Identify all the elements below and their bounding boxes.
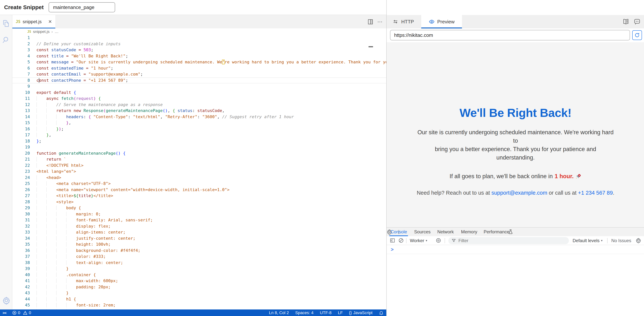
code-line[interactable]: 28 <style> [12, 199, 386, 205]
code-line[interactable]: 22 <!DOCTYPE html> [12, 162, 386, 169]
close-tab-icon[interactable]: ✕ [48, 19, 52, 24]
maintenance-message: Our site is currently undergoing schedul… [416, 128, 615, 162]
code-line[interactable]: 4const title = "We'll Be Right Back!"; [12, 53, 386, 59]
line-number: 41 [12, 278, 30, 284]
code-line[interactable]: 13 return new Response(generateMaintenan… [12, 108, 386, 114]
code-line[interactable]: 31 font-family: Arial, sans-serif; [12, 217, 386, 223]
line-number: 34 [12, 235, 30, 242]
code-line[interactable]: 18}; [12, 138, 386, 144]
console-prompt-row[interactable]: > [387, 245, 644, 254]
code-line[interactable]: 12 // Serve the maintenance page as a re… [12, 102, 386, 108]
code-line[interactable]: 44 h1 { [12, 296, 386, 302]
code-line[interactable]: 33 align-items: center; [12, 229, 386, 235]
code-line[interactable]: 10export default { [12, 90, 386, 96]
indentation-setting[interactable]: Spaces: 4 [295, 310, 314, 315]
code-line[interactable]: 16 }); [12, 126, 386, 132]
devtools-tab-sources[interactable]: Sources [414, 228, 430, 236]
split-editor-icon[interactable] [367, 19, 374, 25]
code-line[interactable]: 45 font-size: 2rem; [12, 302, 386, 308]
more-actions-icon[interactable]: ⋯ [377, 19, 383, 25]
code-line[interactable]: 26 <meta name="viewport" content="width=… [12, 187, 386, 193]
tab-snippet-js[interactable]: JS snippet.js ✕ [12, 15, 55, 29]
code-line[interactable]: 6const estimatedTime = "1 hour"; [12, 65, 386, 71]
preview-url-input[interactable] [390, 30, 630, 40]
code-line[interactable]: 38 text-align: center; [12, 260, 386, 266]
eol-setting[interactable]: LF [338, 310, 343, 315]
eye-icon [429, 19, 435, 25]
cursor-position[interactable]: Ln 8, Col 2 [269, 310, 289, 315]
clear-console-icon[interactable] [398, 238, 404, 244]
code-line[interactable]: 21 return ` [12, 156, 386, 162]
code-line[interactable]: 30 margin: 0; [12, 211, 386, 217]
docs-book-icon[interactable] [622, 18, 630, 25]
devtools-tab-console[interactable]: Console [390, 228, 407, 236]
phone-link[interactable]: +1 234 567 89 [578, 190, 613, 196]
console-settings-gear-icon[interactable] [636, 238, 642, 244]
no-issues-label[interactable]: No Issues [611, 236, 631, 245]
code-line[interactable]: 23<html lang="en"> [12, 168, 386, 175]
breadcrumb-file[interactable]: snippet.js [33, 29, 50, 34]
code-line[interactable]: 42 padding: 20px; [12, 284, 386, 290]
code-line[interactable]: 43 } [12, 290, 386, 296]
notifications-bell-icon[interactable] [379, 310, 384, 315]
devtools-tab-memory[interactable]: Memory [461, 228, 477, 236]
code-line[interactable]: 40 .container { [12, 272, 386, 278]
files-icon[interactable] [2, 20, 10, 27]
warnings-indicator[interactable]: 0 [23, 310, 31, 315]
errors-indicator[interactable]: 0 [12, 310, 20, 315]
code-line[interactable]: 19 [12, 144, 386, 150]
code-line[interactable]: 5const message = "Our site is currently … [12, 59, 386, 65]
code-line[interactable]: 34 justify-content: center; [12, 235, 386, 242]
code-line[interactable]: 14 headers: { "Content-Type": "text/html… [12, 114, 386, 120]
preview-url-row [387, 29, 644, 42]
encoding-setting[interactable]: UTF-8 [320, 310, 332, 315]
code-line[interactable]: 9 [12, 83, 386, 90]
live-expression-eye-icon[interactable] [436, 238, 442, 244]
remote-indicator-icon[interactable]: >< [2, 310, 6, 315]
breadcrumb-more[interactable]: … [54, 29, 58, 34]
reload-button[interactable] [632, 30, 642, 40]
code-line[interactable]: 27 <title>${title}</title> [12, 193, 386, 199]
default-levels-dropdown[interactable]: Default levels▾ [572, 236, 602, 245]
code-line[interactable]: 2// Define your customizable inputs [12, 41, 386, 47]
code-line[interactable]: 32 display: flex; [12, 223, 386, 229]
code-line[interactable]: 11 async fetch(request) { [12, 96, 386, 102]
code-line[interactable]: 36 background-color: #f4f4f4; [12, 247, 386, 254]
search-icon[interactable] [2, 36, 10, 44]
code-line[interactable]: 35 height: 100vh; [12, 241, 386, 247]
line-number: 2 [12, 41, 30, 47]
snippet-name-input[interactable] [48, 2, 115, 12]
code-line[interactable]: 15 }, [12, 120, 386, 126]
console-sidebar-toggle-icon[interactable] [390, 238, 396, 244]
code-line[interactable]: 37 color: #333; [12, 253, 386, 260]
code-line[interactable]: 1 [12, 35, 386, 41]
console-filter[interactable] [448, 237, 569, 244]
code-line[interactable]: 41 max-width: 600px; [12, 278, 386, 284]
code-editor[interactable]: 12// Define your customizable inputs3con… [12, 35, 386, 309]
code-line[interactable]: 3const statusCode = 503; [12, 47, 386, 53]
execution-context-dropdown[interactable]: Worker▾ [410, 236, 427, 245]
code-line[interactable]: 25 <meta charset="UTF-8"> [12, 181, 386, 187]
settings-gear-icon[interactable] [2, 296, 10, 304]
devtools-tab-performance[interactable]: Performance [484, 228, 509, 236]
code-line[interactable]: 8const contactPhone = "+1 234 567 89"; [12, 77, 386, 84]
tab-http[interactable]: HTTP [387, 15, 421, 29]
code-line[interactable]: 20function generateMaintenancePage() { [12, 150, 386, 157]
code-line[interactable]: 39 } [12, 266, 386, 272]
language-mode[interactable]: {} JavaScript [349, 310, 372, 315]
code-line[interactable]: 24 <head> [12, 175, 386, 181]
discord-chat-icon[interactable] [634, 18, 641, 25]
line-number: 28 [12, 199, 30, 205]
chevron-down-icon: ▾ [601, 236, 602, 245]
tab-preview[interactable]: Preview [421, 15, 462, 29]
line-number: 25 [12, 181, 30, 187]
breadcrumb[interactable]: JS snippet.js › … [12, 29, 386, 35]
filter-input[interactable] [458, 238, 566, 243]
support-email-link[interactable]: support@example.com [492, 190, 548, 196]
code-line[interactable]: 17 }, [12, 132, 386, 138]
devtools-panel: Console Sources Network Memory Performan… [387, 227, 644, 316]
devtools-tab-network[interactable]: Network [437, 228, 454, 236]
code-line[interactable]: 29 body { [12, 205, 386, 211]
code-line[interactable]: 7const contactEmail = "support@example.c… [12, 71, 386, 77]
javascript-file-icon: JS [16, 20, 20, 24]
